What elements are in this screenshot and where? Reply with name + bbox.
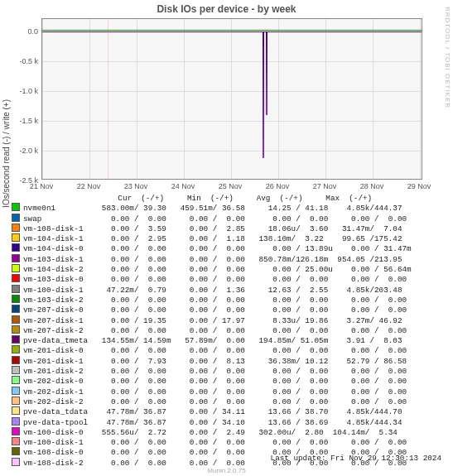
legend-swatch <box>12 325 20 334</box>
legend-swatch <box>12 274 20 282</box>
legend-swatch <box>12 387 20 395</box>
legend-swatch <box>12 214 20 222</box>
legend-swatch <box>12 224 20 232</box>
legend-swatch <box>12 264 20 272</box>
series-line-top <box>42 30 422 31</box>
xtick: 22 Nov <box>72 182 105 190</box>
ytick: -2.0 k <box>15 147 38 155</box>
ytick: -1.5 k <box>15 117 38 125</box>
legend-swatch <box>12 254 20 262</box>
legend-swatch <box>12 345 20 353</box>
legend-swatch <box>12 315 20 324</box>
legend-swatch <box>12 243 20 252</box>
legend-swatch <box>12 285 20 293</box>
read-spike-2 <box>266 32 267 115</box>
footer-version: Munin 2.0.75 <box>0 467 453 474</box>
legend-swatch <box>12 447 20 455</box>
legend-swatch <box>12 437 20 445</box>
ytick: -0.5 k <box>15 57 38 65</box>
munin-graph: Disk IOs per device - by week RRDTOOL / … <box>0 0 453 476</box>
legend-swatch <box>12 397 20 405</box>
plot-area <box>41 18 422 180</box>
legend-swatch <box>12 335 20 344</box>
last-update: Last update: Fri Nov 29 12:30:13 2024 <box>271 454 441 463</box>
legend-swatch <box>12 295 20 303</box>
xtick: 29 Nov <box>402 182 436 190</box>
legend-table: Cur (-/+) Min (-/+) Avg (-/+) Max (-/+) … <box>12 194 412 468</box>
ytick: -1.0 k <box>15 87 38 95</box>
legend-swatch <box>12 203 20 211</box>
series-line-base <box>42 31 422 32</box>
rrdtool-watermark: RRDTOOL / TOBI OETIKER <box>444 7 451 108</box>
xtick: 27 Nov <box>308 182 341 190</box>
legend-swatch <box>12 305 20 313</box>
ytick: 0.0 <box>15 27 38 36</box>
xtick: 26 Nov <box>261 182 294 190</box>
xtick: 21 Nov <box>25 182 58 190</box>
legend-swatch <box>12 427 20 435</box>
read-spike-1 <box>263 32 264 158</box>
legend-swatch <box>12 356 20 364</box>
xtick: 28 Nov <box>355 182 388 190</box>
xtick: 25 Nov <box>214 182 247 190</box>
xtick: 23 Nov <box>119 182 152 190</box>
legend-swatch <box>12 233 20 242</box>
xtick: 24 Nov <box>166 182 200 190</box>
chart-title: Disk IOs per device - by week <box>0 0 453 15</box>
legend-swatch <box>12 406 20 415</box>
legend-swatch <box>12 366 20 374</box>
y-axis-label: IOs/second read (-) / write (+) <box>2 99 11 208</box>
legend-swatch <box>12 417 20 426</box>
legend-swatch <box>12 458 20 466</box>
legend-swatch <box>12 376 20 384</box>
